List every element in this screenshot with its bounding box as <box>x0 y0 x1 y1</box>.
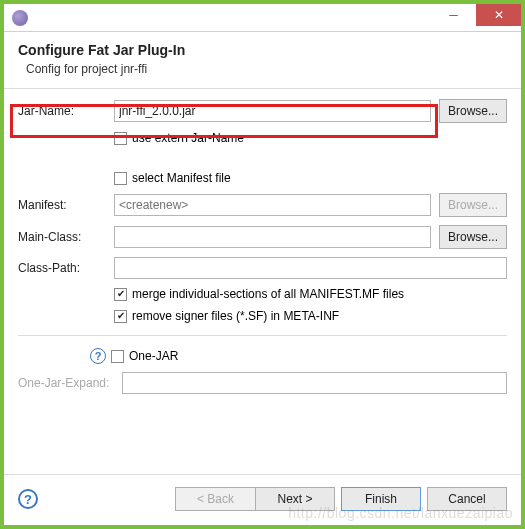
use-extern-row: use extern Jar-Name <box>114 131 507 145</box>
merge-sections-checkbox[interactable] <box>114 288 127 301</box>
manifest-input <box>114 194 431 216</box>
select-manifest-row: select Manifest file <box>114 171 507 185</box>
one-jar-expand-input <box>122 372 507 394</box>
use-extern-checkbox[interactable] <box>114 132 127 145</box>
minimize-button[interactable]: ─ <box>431 4 476 26</box>
titlebar: ─ ✕ <box>4 4 521 32</box>
footer-help-icon[interactable]: ? <box>18 489 38 509</box>
remove-signer-checkbox[interactable] <box>114 310 127 323</box>
main-class-label: Main-Class: <box>18 230 106 244</box>
class-path-input[interactable] <box>114 257 507 279</box>
cancel-button[interactable]: Cancel <box>427 487 507 511</box>
class-path-label: Class-Path: <box>18 261 106 275</box>
page-title: Configure Fat Jar Plug-In <box>18 42 507 58</box>
use-extern-label: use extern Jar-Name <box>132 131 244 145</box>
one-jar-checkbox[interactable] <box>111 350 124 363</box>
next-button[interactable]: Next > <box>255 487 335 511</box>
manifest-row: Manifest: Browse... <box>18 193 507 217</box>
one-jar-row: ? One-JAR <box>90 348 507 364</box>
help-icon[interactable]: ? <box>90 348 106 364</box>
main-class-input[interactable] <box>114 226 431 248</box>
select-manifest-checkbox[interactable] <box>114 172 127 185</box>
divider <box>18 335 507 336</box>
dialog-footer: ? < Back Next > Finish Cancel <box>4 474 521 525</box>
manifest-browse-button: Browse... <box>439 193 507 217</box>
manifest-label: Manifest: <box>18 198 106 212</box>
main-class-row: Main-Class: Browse... <box>18 225 507 249</box>
select-manifest-label: select Manifest file <box>132 171 231 185</box>
jar-name-input[interactable] <box>114 100 431 122</box>
merge-sections-row: merge individual-sections of all MANIFES… <box>114 287 507 301</box>
one-jar-expand-row: One-Jar-Expand: <box>18 372 507 394</box>
merge-sections-label: merge individual-sections of all MANIFES… <box>132 287 404 301</box>
page-subtitle: Config for project jnr-ffi <box>18 62 507 76</box>
back-button: < Back <box>175 487 255 511</box>
remove-signer-label: remove signer files (*.SF) in META-INF <box>132 309 339 323</box>
one-jar-label: One-JAR <box>129 349 178 363</box>
one-jar-expand-label: One-Jar-Expand: <box>18 376 114 390</box>
class-path-row: Class-Path: <box>18 257 507 279</box>
finish-button[interactable]: Finish <box>341 487 421 511</box>
jar-name-row: Jar-Name: Browse... <box>18 99 507 123</box>
dialog-header: Configure Fat Jar Plug-In Config for pro… <box>4 32 521 89</box>
remove-signer-row: remove signer files (*.SF) in META-INF <box>114 309 507 323</box>
dialog-content: Jar-Name: Browse... use extern Jar-Name … <box>4 89 521 474</box>
jar-name-browse-button[interactable]: Browse... <box>439 99 507 123</box>
main-class-browse-button[interactable]: Browse... <box>439 225 507 249</box>
eclipse-icon <box>12 10 28 26</box>
jar-name-label: Jar-Name: <box>18 104 106 118</box>
dialog-window: ─ ✕ Configure Fat Jar Plug-In Config for… <box>4 4 521 525</box>
close-button[interactable]: ✕ <box>476 4 521 26</box>
